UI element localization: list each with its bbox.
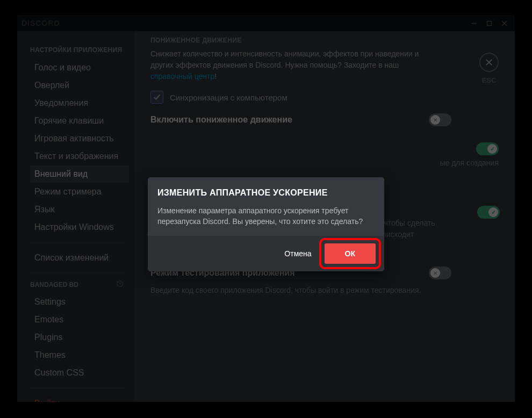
cancel-button[interactable]: Отмена (277, 244, 319, 263)
ok-button[interactable]: ОК (325, 243, 376, 264)
modal-title: ИЗМЕНИТЬ АППАРАТНОЕ УСКОРЕНИЕ (157, 188, 375, 198)
hardware-accel-modal: ИЗМЕНИТЬ АППАРАТНОЕ УСКОРЕНИЕ Изменение … (148, 177, 384, 271)
modal-actions: Отмена ОК (148, 236, 384, 271)
viewport: DISCORD НАСТРОЙКИ ПРИЛОЖЕНИЯ Голос и вид… (0, 0, 532, 418)
modal-body: ИЗМЕНИТЬ АППАРАТНОЕ УСКОРЕНИЕ Изменение … (148, 177, 384, 236)
discord-window: DISCORD НАСТРОЙКИ ПРИЛОЖЕНИЯ Голос и вид… (17, 15, 515, 402)
modal-text: Изменение параметра аппаратного ускорени… (157, 205, 375, 227)
